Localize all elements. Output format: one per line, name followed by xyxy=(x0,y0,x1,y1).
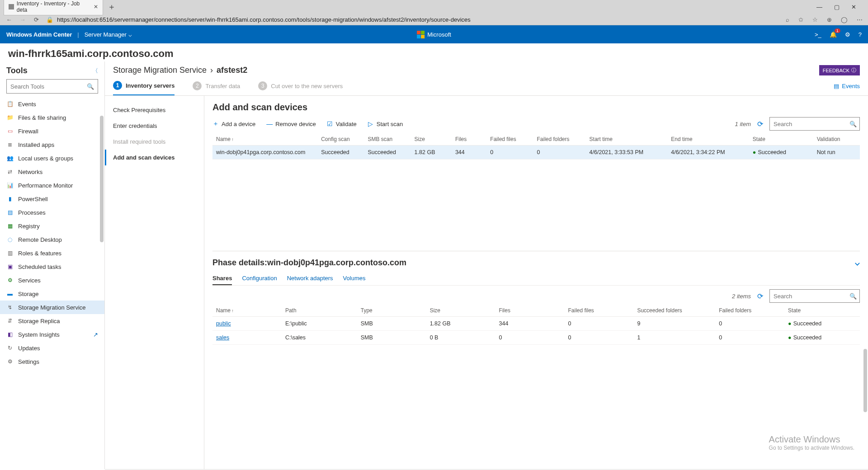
sidebar-item-system-insights[interactable]: ◧System Insights↗ xyxy=(0,328,104,341)
events-link[interactable]: ▤ Events xyxy=(834,83,860,94)
device-search-input[interactable]: 🔍 xyxy=(769,117,860,131)
more-icon[interactable]: ⋯ xyxy=(857,16,863,23)
sidebar-item-storage-migration-service[interactable]: ↯Storage Migration Service xyxy=(0,301,104,314)
minimize-icon[interactable]: ― xyxy=(816,4,822,10)
refresh-shares-icon[interactable]: ⟳ xyxy=(757,292,763,301)
sidebar-item-local-users-groups[interactable]: 👥Local users & groups xyxy=(0,151,104,165)
share-col-files[interactable]: Files xyxy=(495,305,565,317)
sidebar-item-processes[interactable]: ▤Processes xyxy=(0,206,104,219)
sidebar-item-firewall[interactable]: ▭Firewall xyxy=(0,124,104,138)
back-icon[interactable]: ← xyxy=(5,16,13,23)
tool-label: Services xyxy=(18,277,41,284)
substep-enter-credentials[interactable]: Enter credentials xyxy=(105,118,204,134)
url-text: https://localhost:6516/servermanager/con… xyxy=(57,16,471,23)
collapse-sidebar-icon[interactable]: 〈 xyxy=(92,67,98,75)
sidebar-item-storage-replica[interactable]: ⇵Storage Replica xyxy=(0,314,104,328)
share-link[interactable]: public xyxy=(216,320,231,327)
validate-button[interactable]: ☑Validate xyxy=(327,120,357,127)
browser-tab[interactable]: Inventory - Inventory - Job deta ✕ xyxy=(4,0,103,15)
sidebar-item-performance-monitor[interactable]: 📊Performance Monitor xyxy=(0,179,104,192)
search-tools-input[interactable]: 🔍 xyxy=(6,79,98,94)
device-col-start-time[interactable]: Start time xyxy=(586,133,668,146)
collections-icon[interactable]: ⊕ xyxy=(827,16,832,23)
device-col-failed-files[interactable]: Failed files xyxy=(486,133,533,146)
device-col-failed-folders[interactable]: Failed folders xyxy=(533,133,586,146)
device-col-end-time[interactable]: End time xyxy=(667,133,749,146)
device-col-validation[interactable]: Validation xyxy=(813,133,860,146)
sidebar-item-roles-features[interactable]: ▥Roles & features xyxy=(0,246,104,260)
wizard-step-2[interactable]: 2Transfer data xyxy=(193,81,240,95)
hostname-heading: win-fhrrk165ami.corp.contoso.com xyxy=(0,43,868,61)
sidebar-item-networks[interactable]: ⇄Networks xyxy=(0,165,104,179)
share-link[interactable]: sales xyxy=(216,334,229,341)
sidebar-item-powershell[interactable]: ▮PowerShell xyxy=(0,192,104,206)
maximize-icon[interactable]: ▢ xyxy=(834,4,840,10)
share-search-input[interactable]: 🔍 xyxy=(769,289,860,303)
add-device-button[interactable]: ＋Add a device xyxy=(212,120,255,128)
profile-icon[interactable]: ◯ xyxy=(841,16,848,23)
new-tab-button[interactable]: ＋ xyxy=(105,1,118,12)
device-pane: Add and scan devices ＋Add a device ―Remo… xyxy=(204,96,868,469)
device-col-files[interactable]: Files xyxy=(452,133,486,146)
share-col-failed-folders[interactable]: Failed folders xyxy=(715,305,784,317)
device-col-size[interactable]: Size xyxy=(411,133,452,146)
device-col-state[interactable]: State xyxy=(749,133,813,146)
collapse-phase-icon[interactable]: ⌵ xyxy=(855,258,860,268)
tool-icon: ▮ xyxy=(6,195,14,202)
remove-device-button[interactable]: ―Remove device xyxy=(266,120,316,127)
share-col-succeeded-folders[interactable]: Succeeded folders xyxy=(633,305,715,317)
close-window-icon[interactable]: ✕ xyxy=(851,4,856,10)
close-tab-icon[interactable]: ✕ xyxy=(94,4,98,10)
notifications-icon[interactable]: 🔔 xyxy=(830,31,837,38)
sidebar-item-scheduled-tasks[interactable]: ▣Scheduled tasks xyxy=(0,260,104,273)
start-scan-button[interactable]: ▷Start scan xyxy=(368,120,403,127)
share-col-type[interactable]: Type xyxy=(357,305,426,317)
address-bar[interactable]: 🔒 https://localhost:6516/servermanager/c… xyxy=(46,16,779,23)
tab-shares[interactable]: Shares xyxy=(212,272,232,285)
share-col-failed-files[interactable]: Failed files xyxy=(565,305,634,317)
sidebar-item-registry[interactable]: ▦Registry xyxy=(0,219,104,233)
sidebar-item-remote-desktop[interactable]: ◌Remote Desktop xyxy=(0,233,104,246)
settings-icon[interactable]: ⚙ xyxy=(845,31,850,38)
share-col-size[interactable]: Size xyxy=(426,305,495,317)
powershell-icon[interactable]: >_ xyxy=(815,31,821,38)
tools-sidebar: Tools 〈 🔍 📋Events📁Files & file sharing▭F… xyxy=(0,61,105,469)
favorites-icon[interactable]: ☆ xyxy=(812,16,818,23)
context-dropdown[interactable]: Server Manager ⌵ xyxy=(85,31,132,38)
substep-check-prerequisites[interactable]: Check Prerequisites xyxy=(105,102,204,118)
wizard-step-1[interactable]: 1Inventory servers xyxy=(113,81,175,95)
tab-network-adapters[interactable]: Network adapters xyxy=(287,272,333,285)
device-row[interactable]: win-dobj0p41pga.corp.contoso.comSucceede… xyxy=(212,146,860,160)
sidebar-item-updates[interactable]: ↻Updates xyxy=(0,341,104,355)
star-icon[interactable]: ✩ xyxy=(798,16,803,23)
tool-label: Scheduled tasks xyxy=(18,263,61,270)
step-label: Cut over to the new servers xyxy=(271,83,343,89)
share-row[interactable]: salesC:\salesSMB0 B0010●Succeeded xyxy=(212,331,860,345)
wizard-step-3[interactable]: 3Cut over to the new servers xyxy=(258,81,343,95)
help-icon[interactable]: ? xyxy=(859,31,862,38)
sidebar-scrollbar[interactable] xyxy=(100,116,104,242)
detail-scrollbar[interactable] xyxy=(863,349,867,412)
device-table: Name↑Config scanSMB scanSizeFilesFailed … xyxy=(212,133,860,160)
refresh-devices-icon[interactable]: ⟳ xyxy=(757,120,763,128)
device-col-name[interactable]: Name↑ xyxy=(212,133,317,146)
refresh-icon[interactable]: ⟳ xyxy=(33,16,40,23)
share-col-path[interactable]: Path xyxy=(282,305,357,317)
feedback-button[interactable]: FEEDBACK ⓘ xyxy=(819,65,860,75)
share-col-state[interactable]: State xyxy=(784,305,860,317)
share-col-name[interactable]: Name↑ xyxy=(212,305,282,317)
tab-volumes[interactable]: Volumes xyxy=(343,272,366,285)
tab-configuration[interactable]: Configuration xyxy=(242,272,277,285)
sidebar-item-storage[interactable]: ▬Storage xyxy=(0,287,104,301)
sidebar-item-settings[interactable]: ⚙Settings xyxy=(0,355,104,368)
sidebar-item-events[interactable]: 📋Events xyxy=(0,97,104,111)
key-icon[interactable]: ⌕ xyxy=(786,16,789,23)
sidebar-item-services[interactable]: ⚙Services xyxy=(0,273,104,287)
substep-add-and-scan-devices[interactable]: Add and scan devices xyxy=(105,150,204,165)
breadcrumb-root[interactable]: Storage Migration Service xyxy=(113,66,207,75)
sidebar-item-files-file-sharing[interactable]: 📁Files & file sharing xyxy=(0,111,104,124)
device-col-smb-scan[interactable]: SMB scan xyxy=(364,133,410,146)
device-col-config-scan[interactable]: Config scan xyxy=(317,133,364,146)
sidebar-item-installed-apps[interactable]: ≣Installed apps xyxy=(0,138,104,151)
share-row[interactable]: publicE:\publicSMB1.82 GB344090●Succeede… xyxy=(212,317,860,331)
